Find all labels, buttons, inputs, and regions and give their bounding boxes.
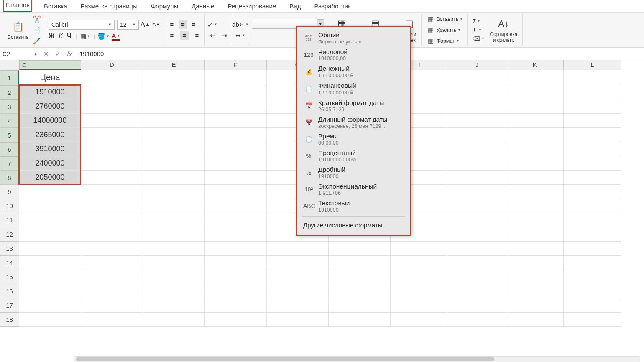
tab-formulas[interactable]: Формулы: [149, 1, 180, 12]
insert-cells-button[interactable]: ▦Вставить▾: [425, 14, 464, 24]
cell-K16[interactable]: [506, 284, 564, 298]
format-option-2[interactable]: 💰Денежный1 910 000,00 ₽: [297, 63, 410, 80]
italic-button[interactable]: К: [59, 33, 62, 40]
tab-view[interactable]: Вид: [288, 1, 302, 12]
cell-L16[interactable]: [564, 284, 621, 298]
cell-E18[interactable]: [143, 313, 205, 327]
cell-L13[interactable]: [564, 242, 621, 256]
cell-J12[interactable]: [448, 227, 506, 242]
cell-G17[interactable]: [267, 298, 329, 313]
cell-K15[interactable]: [506, 270, 564, 284]
cell-E11[interactable]: [143, 213, 205, 227]
select-all-corner[interactable]: [0, 60, 19, 70]
cell-G18[interactable]: [267, 313, 329, 327]
tab-page-layout[interactable]: Разметка страницы: [79, 1, 139, 12]
cell-K8[interactable]: [506, 171, 564, 185]
cell-C8[interactable]: 2050000: [19, 171, 81, 185]
cell-I15[interactable]: [391, 270, 448, 284]
cell-G16[interactable]: [267, 284, 329, 298]
cell-E17[interactable]: [143, 298, 205, 313]
cell-D5[interactable]: [81, 128, 143, 142]
align-left-icon[interactable]: ≡: [168, 31, 176, 40]
row-header-17[interactable]: 17: [0, 298, 19, 313]
namebox-spinner[interactable]: ▲▼: [34, 52, 37, 56]
cell-C7[interactable]: 2400000: [19, 156, 81, 171]
cell-C11[interactable]: [19, 213, 81, 227]
row-header-6[interactable]: 6: [0, 142, 19, 156]
cell-K14[interactable]: [506, 256, 564, 270]
cell-D9[interactable]: [81, 185, 143, 199]
cell-D1[interactable]: [81, 70, 143, 85]
cell-L11[interactable]: [564, 213, 621, 227]
cancel-formula-icon[interactable]: ✕: [40, 50, 52, 58]
row-header-12[interactable]: 12: [0, 227, 19, 242]
format-option-7[interactable]: %Процентный191000000,00%: [297, 148, 410, 164]
align-right-icon[interactable]: ≡: [193, 31, 201, 40]
merge-icon[interactable]: ⬌▼: [236, 31, 245, 40]
cell-J18[interactable]: [448, 313, 506, 327]
cell-C15[interactable]: [19, 270, 81, 284]
cell-C5[interactable]: 2365000: [19, 128, 81, 142]
cell-E14[interactable]: [143, 256, 205, 270]
row-header-15[interactable]: 15: [0, 270, 19, 284]
cell-J3[interactable]: [448, 99, 506, 114]
cell-J8[interactable]: [448, 171, 506, 185]
cell-C13[interactable]: [19, 242, 81, 256]
cell-D2[interactable]: [81, 85, 143, 99]
cell-J2[interactable]: [448, 85, 506, 99]
cell-H16[interactable]: [329, 284, 391, 298]
cell-F13[interactable]: [205, 242, 267, 256]
cell-I14[interactable]: [391, 256, 448, 270]
cell-F18[interactable]: [205, 313, 267, 327]
fx-icon[interactable]: fx: [64, 51, 75, 57]
orientation-icon[interactable]: ⤢▼: [208, 20, 217, 29]
cell-C18[interactable]: [19, 313, 81, 327]
row-header-2[interactable]: 2: [0, 85, 19, 99]
cell-I13[interactable]: [391, 242, 448, 256]
cell-C9[interactable]: [19, 185, 81, 199]
cell-H18[interactable]: [329, 313, 391, 327]
cell-C2[interactable]: 1910000: [19, 85, 81, 99]
cell-L12[interactable]: [564, 227, 621, 242]
name-box[interactable]: C2 ▲▼: [0, 48, 40, 60]
format-option-4[interactable]: 📅Краткий формат даты26.05.7129: [297, 97, 410, 114]
cell-C14[interactable]: [19, 256, 81, 270]
cell-L1[interactable]: [564, 70, 621, 85]
cell-J13[interactable]: [448, 242, 506, 256]
cell-C1[interactable]: Цена: [19, 70, 81, 85]
cell-E3[interactable]: [143, 99, 205, 114]
format-option-5[interactable]: 📅Длинный формат датывоскресенье, 26 мая …: [297, 114, 410, 131]
cell-H17[interactable]: [329, 298, 391, 313]
tab-developer[interactable]: Разработчик: [312, 1, 352, 12]
cell-K17[interactable]: [506, 298, 564, 313]
cell-J15[interactable]: [448, 270, 506, 284]
cell-J7[interactable]: [448, 156, 506, 171]
cell-C12[interactable]: [19, 227, 81, 242]
cell-L10[interactable]: [564, 199, 621, 213]
cell-E9[interactable]: [143, 185, 205, 199]
copy-icon[interactable]: 📄: [33, 26, 41, 34]
row-header-10[interactable]: 10: [0, 199, 19, 213]
cell-D6[interactable]: [81, 142, 143, 156]
cell-L3[interactable]: [564, 99, 621, 114]
align-middle-icon[interactable]: ≡: [179, 20, 187, 29]
cell-J11[interactable]: [448, 213, 506, 227]
cell-D18[interactable]: [81, 313, 143, 327]
cell-D15[interactable]: [81, 270, 143, 284]
cell-F9[interactable]: [205, 185, 267, 199]
format-option-10[interactable]: ABCТекстовый1910000: [297, 198, 410, 214]
cell-D11[interactable]: [81, 213, 143, 227]
cell-D17[interactable]: [81, 298, 143, 313]
column-header-L[interactable]: L: [564, 60, 621, 70]
cell-D14[interactable]: [81, 256, 143, 270]
format-painter-icon[interactable]: 🖌️: [33, 37, 41, 45]
cell-F4[interactable]: [205, 114, 267, 128]
cell-J16[interactable]: [448, 284, 506, 298]
decrease-font-icon[interactable]: A▼: [152, 20, 161, 29]
borders-icon[interactable]: ▦▼: [81, 32, 89, 41]
cell-F7[interactable]: [205, 156, 267, 171]
cell-E12[interactable]: [143, 227, 205, 242]
align-center-icon[interactable]: ≡: [180, 31, 189, 40]
cell-K2[interactable]: [506, 85, 564, 99]
clear-button[interactable]: ⌫▾: [471, 35, 486, 43]
